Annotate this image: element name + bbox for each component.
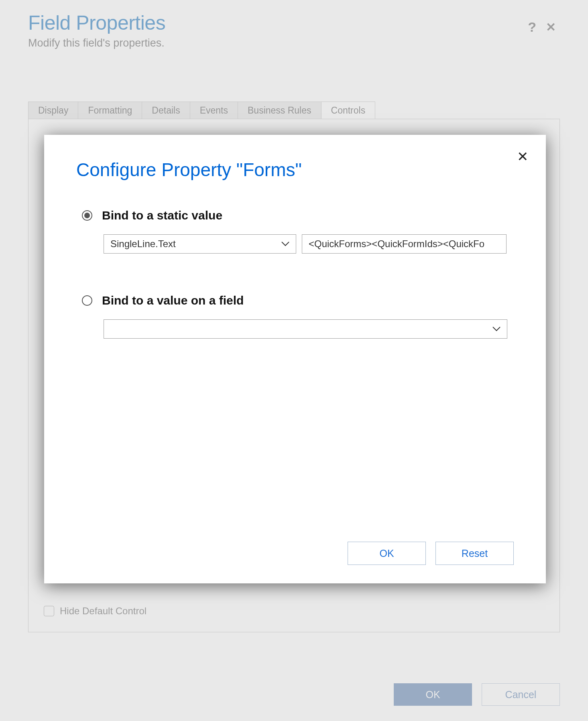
modal-reset-button[interactable]: Reset [435,542,514,565]
bind-static-option[interactable]: Bind to a static value [82,209,514,222]
tab-business-rules[interactable]: Business Rules [238,102,321,119]
chevron-down-icon [492,327,501,331]
hide-default-control-row[interactable]: Hide Default Control [44,605,146,617]
radio-icon [82,295,92,306]
static-type-value: SingleLine.Text [110,238,176,250]
page-title: Field Properties [28,11,165,35]
dialog-header: Field Properties Modify this field's pro… [28,7,560,49]
hide-default-control-checkbox[interactable] [44,606,54,616]
bind-static-controls: SingleLine.Text <QuickForms><QuickFormId… [104,234,514,254]
bind-field-label: Bind to a value on a field [102,294,244,307]
tab-formatting[interactable]: Formatting [78,102,142,119]
static-type-select[interactable]: SingleLine.Text [104,234,296,254]
chevron-down-icon [281,242,289,246]
radio-icon [82,210,92,221]
tab-events[interactable]: Events [190,102,238,119]
configure-property-dialog: ✕ Configure Property "Forms" Bind to a s… [44,135,546,583]
static-value-text: <QuickForms><QuickFormIds><QuickFo [309,238,484,250]
ok-button[interactable]: OK [394,683,472,706]
page-subtitle: Modify this field's properties. [28,37,165,49]
modal-title: Configure Property "Forms" [76,159,514,181]
dialog-footer-buttons: OK Cancel [394,683,560,706]
cancel-button[interactable]: Cancel [482,683,560,706]
header-icons: ? ✕ [528,19,556,35]
close-icon[interactable]: ✕ [546,20,556,34]
tab-controls[interactable]: Controls [321,102,376,119]
modal-footer-buttons: OK Reset [348,542,514,565]
field-select[interactable] [104,319,507,339]
tab-details[interactable]: Details [142,102,190,119]
bind-options: Bind to a static value SingleLine.Text <… [82,209,514,339]
bind-static-label: Bind to a static value [102,209,222,222]
modal-ok-button[interactable]: OK [348,542,426,565]
close-icon[interactable]: ✕ [517,148,528,165]
header-titles: Field Properties Modify this field's pro… [28,11,165,49]
bind-field-option[interactable]: Bind to a value on a field [82,294,514,307]
tab-display[interactable]: Display [28,102,78,119]
hide-default-control-label: Hide Default Control [60,605,146,617]
static-value-input[interactable]: <QuickForms><QuickFormIds><QuickFo [302,234,507,254]
help-icon[interactable]: ? [528,19,536,35]
tabs: Display Formatting Details Events Busine… [28,102,560,119]
